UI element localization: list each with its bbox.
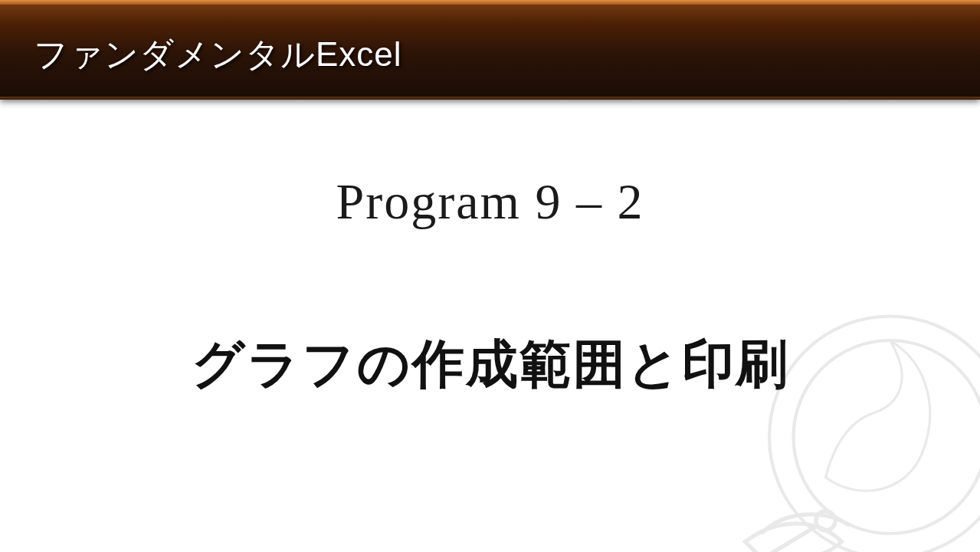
program-number: Program 9 – 2 bbox=[0, 172, 980, 231]
slide: ファンダメンタルExcel Program 9 – 2 グラフの作成範囲と印刷 bbox=[0, 0, 980, 552]
title-banner: ファンダメンタルExcel bbox=[0, 0, 980, 100]
watermark-seal-icon bbox=[689, 276, 980, 552]
svg-point-2 bbox=[816, 511, 835, 531]
lesson-subtitle: グラフの作成範囲と印刷 bbox=[0, 330, 980, 399]
course-title: ファンダメンタルExcel bbox=[34, 32, 402, 77]
